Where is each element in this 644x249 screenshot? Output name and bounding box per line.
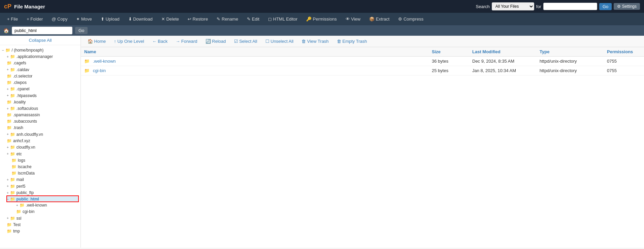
table-row[interactable]: 📁 cgi-bin 25 bytes Jan 8, 2025, 10:34 AM… — [81, 66, 644, 75]
tree-toggle-root[interactable]: – — [2, 48, 4, 52]
search-input[interactable] — [543, 3, 597, 10]
forward-button[interactable]: → Forward — [172, 37, 200, 45]
col-size[interactable]: Size — [428, 47, 469, 57]
tree-item-logs[interactable]: 📁logs — [7, 157, 78, 163]
tree-item-etc[interactable]: +📁etc — [7, 150, 78, 157]
toolbar: + File + Folder @ Copy ✦ Move ⬆ Upload ⬇… — [0, 13, 644, 25]
file-area: 🏠 Home ↑ Up One Level ← Back → Forward 🔄… — [81, 36, 644, 248]
col-permissions[interactable]: Permissions — [604, 47, 644, 57]
path-input[interactable]: public_html — [12, 27, 72, 34]
file-name-link[interactable]: .well-known — [93, 59, 116, 64]
reload-button[interactable]: 🔄 Reload — [202, 37, 229, 45]
table-row[interactable]: 📁 .well-known 36 bytes Dec 9, 2024, 8:35… — [81, 57, 644, 66]
tree-children-root: +📁.applicationmanager 📁.cagefs +📁.caldav… — [2, 53, 78, 234]
file-name-link[interactable]: cgi-bin — [93, 68, 106, 73]
tree-item-perl5[interactable]: +📁perl5 — [7, 183, 78, 189]
edit-button[interactable]: ✎ Edit — [243, 15, 263, 23]
tree-item-koality[interactable]: 📁.koality — [7, 99, 78, 105]
tree-item-trash[interactable]: 📁.trash — [7, 124, 78, 131]
tree-item-caldav[interactable]: +📁.caldav — [7, 66, 78, 73]
file-folder-icon: 📁 — [84, 68, 90, 73]
tree-children-public-html: +📁.well-known 📁cgi-bin — [7, 202, 78, 215]
extract-button[interactable]: 📦 Extract — [365, 15, 393, 23]
new-file-button[interactable]: + File — [3, 15, 22, 23]
file-table: Name Size Last Modified Type Permissions… — [81, 47, 644, 75]
upload-button[interactable]: ⬆ Upload — [97, 15, 123, 23]
rename-button[interactable]: ✎ Rename — [213, 15, 242, 23]
folder-icon-root: 📁 — [5, 48, 10, 53]
file-name-cell: 📁 cgi-bin — [81, 66, 428, 75]
file-folder-icon: 📁 — [84, 59, 90, 64]
col-type[interactable]: Type — [536, 47, 604, 57]
tree-item-subaccounts[interactable]: 📁.subaccounts — [7, 118, 78, 124]
file-modified-cell: Jan 8, 2025, 10:34 AM — [469, 66, 536, 75]
empty-trash-button[interactable]: 🗑 Empty Trash — [333, 37, 371, 45]
file-size-cell: 36 bytes — [428, 57, 469, 66]
move-button[interactable]: ✦ Move — [72, 15, 95, 23]
tree-item-cgi-bin[interactable]: 📁cgi-bin — [11, 208, 78, 215]
address-bar: 🏠 public_html Go — [0, 25, 644, 36]
address-go-button[interactable]: Go — [75, 27, 88, 34]
search-go-button[interactable]: Go — [599, 3, 612, 10]
new-folder-button[interactable]: + Folder — [23, 15, 46, 23]
delete-button[interactable]: ✕ Delete — [158, 15, 183, 23]
tree-item-spamassassin[interactable]: 📁.spamassassin — [7, 112, 78, 118]
col-last-modified[interactable]: Last Modified — [469, 47, 536, 57]
tree-item-htpasswds[interactable]: +📁.htpasswds — [7, 92, 78, 99]
tree-item-anh-cloudfly[interactable]: +📁anh.cloudfly.vn — [7, 131, 78, 137]
tree-item-well-known[interactable]: +📁.well-known — [11, 202, 78, 209]
select-all-button[interactable]: ☑ Select All — [231, 37, 261, 45]
tree-item-anhcf[interactable]: 📁anhcf.xyz — [7, 137, 78, 144]
home-icon[interactable]: 🏠 — [3, 28, 9, 33]
top-header: cP File Manager Search All Your Files Cu… — [0, 0, 644, 13]
view-button[interactable]: 👁 View — [342, 15, 364, 23]
up-one-level-button[interactable]: ↑ Up One Level — [110, 37, 148, 45]
brand: cP File Manager — [4, 3, 45, 10]
file-list-container: Name Size Last Modified Type Permissions… — [81, 47, 644, 248]
tree-item-public-ftp[interactable]: +📁public_ftp — [7, 189, 78, 196]
file-tree: – 📁 / (home/bnpoaph) +📁.applicationmanag… — [0, 45, 80, 236]
restore-button[interactable]: ↩ Restore — [184, 15, 212, 23]
col-name[interactable]: Name — [81, 47, 428, 57]
file-name-cell: 📁 .well-known — [81, 57, 428, 66]
file-size-cell: 25 bytes — [428, 66, 469, 75]
tree-item-root[interactable]: – 📁 / (home/bnpoaph) — [2, 46, 78, 53]
view-trash-button[interactable]: 🗑 View Trash — [298, 37, 332, 45]
home-nav-button[interactable]: 🏠 Home — [84, 37, 109, 45]
tree-item-cl-selector[interactable]: 📁.cl.selector — [7, 73, 78, 79]
file-table-body: 📁 .well-known 36 bytes Dec 9, 2024, 8:35… — [81, 57, 644, 75]
file-permissions-cell: 0755 — [604, 66, 644, 75]
download-button[interactable]: ⬇ Download — [125, 15, 156, 23]
file-type-cell: httpd/unix-directory — [536, 66, 604, 75]
permissions-button[interactable]: 🔑 Permissions — [302, 15, 340, 23]
tree-item-cagefs[interactable]: 📁.cagefs — [7, 60, 78, 66]
collapse-all-button[interactable]: Collapse All — [0, 36, 80, 45]
compress-button[interactable]: ⚙ Compress — [394, 15, 427, 23]
file-table-header: Name Size Last Modified Type Permissions — [81, 47, 644, 57]
tree-item-lscmData[interactable]: 📁lscmData — [7, 170, 78, 176]
tree-item-applicationmanager[interactable]: +📁.applicationmanager — [7, 53, 78, 60]
tree-item-lscache[interactable]: 📁lscache — [7, 163, 78, 170]
tree-item-softaculous[interactable]: +📁.softaculous — [7, 105, 78, 112]
tree-item-public-html[interactable]: – 📁 public_html — [7, 196, 78, 202]
settings-button[interactable]: ⚙ Settings — [614, 3, 640, 10]
copy-button[interactable]: @ Copy — [48, 15, 71, 23]
tree-label-root[interactable]: / (home/bnpoaph) — [12, 48, 44, 53]
tree-item-Test[interactable]: 📁Test — [7, 221, 78, 228]
unselect-all-button[interactable]: ☐ Unselect All — [262, 37, 297, 45]
html-editor-button[interactable]: ◻ HTML Editor — [264, 15, 301, 23]
tree-label-public-html[interactable]: public_html — [17, 197, 39, 201]
tree-item-clwpos[interactable]: 📁.clwpos — [7, 79, 78, 86]
nav-bar: 🏠 Home ↑ Up One Level ← Back → Forward 🔄… — [81, 36, 644, 47]
search-scope-select[interactable]: All Your Files Current Directory File Na… — [492, 2, 534, 10]
file-modified-cell: Dec 9, 2024, 8:35 AM — [469, 57, 536, 66]
tree-item-ssl[interactable]: +📁ssl — [7, 215, 78, 221]
tree-item-mail[interactable]: +📁mail — [7, 176, 78, 183]
file-type-cell: httpd/unix-directory — [536, 57, 604, 66]
search-area: Search All Your Files Current Directory … — [476, 2, 640, 10]
tree-item-tmp[interactable]: 📁tmp — [7, 228, 78, 234]
tree-item-cpanel[interactable]: +📁.cpanel — [7, 86, 78, 92]
tree-toggle-public-html[interactable]: – — [7, 197, 9, 201]
tree-item-cloudfly-vn[interactable]: +📁cloudfly.vn — [7, 144, 78, 151]
back-button[interactable]: ← Back — [149, 37, 171, 45]
